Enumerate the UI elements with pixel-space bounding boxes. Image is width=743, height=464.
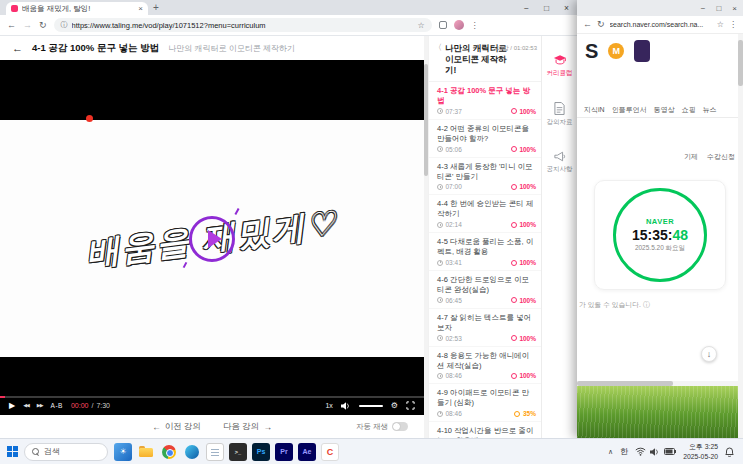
naver-search-tab[interactable]: 인플루언서 (612, 105, 647, 115)
url-text[interactable]: search.naver.com/search.na... (610, 21, 712, 28)
volume-slider[interactable] (359, 405, 383, 407)
browser-tab[interactable]: 배움을 재밌게, 탈잉! × (6, 2, 148, 15)
taskbar-app-terminal[interactable]: >_ (229, 443, 247, 461)
back-icon[interactable]: ← (583, 20, 592, 29)
curriculum-item[interactable]: 4-3 새롭게 등장한 '미니 이모티콘' 만들기 07:00 100% (429, 158, 541, 196)
seek-bar[interactable] (0, 396, 424, 398)
new-tab-button[interactable]: + (153, 3, 159, 15)
lecture-progress: 100% (519, 221, 536, 228)
close-button[interactable]: × (564, 3, 569, 13)
curriculum-item[interactable]: 4-7 잘 읽히는 텍스트를 넣어보자 02:53 100% (429, 309, 541, 347)
naver-search-tab[interactable]: 동영상 (654, 105, 675, 115)
lecture-item-meta: 08:46 100% (437, 372, 536, 379)
curriculum-item[interactable]: 4-9 아이패드로 이모티콘 만들기 (심화) 08:46 35% (429, 384, 541, 422)
taskbar-app-notepad[interactable] (206, 443, 224, 461)
extensions-icon[interactable] (439, 21, 447, 29)
left-arrow-icon: ← (152, 422, 161, 432)
forward-icon[interactable]: → (23, 21, 32, 30)
taskbar-app-after-effects[interactable]: Ae (298, 443, 316, 461)
naver-logo: NAVER (646, 217, 674, 226)
site-info-icon[interactable]: ⓘ (61, 20, 68, 30)
lecture-item-meta: 02:14 100% (437, 221, 536, 228)
purple-app-icon[interactable] (634, 40, 650, 62)
profile-avatar[interactable] (454, 20, 464, 30)
ime-indicator[interactable]: 한 (620, 446, 628, 457)
curriculum-item[interactable]: 4-2 어떤 종류의 이모티콘을 만들어야 할까? 05:06 100% (429, 120, 541, 158)
lecture-title: 4-1 공감 100% 문구 넣는 방법 (32, 42, 159, 55)
curriculum-item[interactable]: 4-1 공감 100% 문구 넣는 방법 07:37 100% (429, 82, 541, 120)
battery-icon[interactable] (664, 448, 676, 455)
notifications-bell-icon[interactable] (725, 447, 734, 457)
play-overlay-button[interactable] (189, 216, 235, 262)
lecture-item-title: 4-3 새롭게 등장한 '미니 이모티콘' 만들기 (437, 162, 536, 182)
bookmark-star-icon[interactable]: ☆ (717, 20, 724, 29)
volume-icon[interactable] (341, 402, 351, 410)
taskbar-app-file-explorer[interactable] (137, 443, 155, 461)
taskbar-app-premiere[interactable]: Pr (275, 443, 293, 461)
close-button[interactable]: × (732, 4, 737, 13)
naver-search-tab[interactable]: 뉴스 (703, 105, 717, 115)
sidenav-item-notice[interactable]: 공지사항 (547, 151, 573, 174)
rewind-icon[interactable]: ◀◀ (23, 403, 29, 408)
back-icon[interactable]: ← (7, 21, 16, 30)
taskbar-app-photoshop[interactable]: Ps (252, 443, 270, 461)
curriculum-header[interactable]: 〈 나만의 캐릭터로 이모티콘 제작하기! 10강 / 01:02:53 (429, 36, 541, 82)
naver-link[interactable]: 기제 (684, 152, 698, 162)
curriculum-item[interactable]: 4-4 한 번에 승인받는 콘티 제작하기 02:14 100% (429, 195, 541, 233)
taskbar-app-widgets[interactable]: ☀ (114, 443, 132, 461)
lecture-item-title: 4-4 한 번에 승인받는 콘티 제작하기 (437, 199, 536, 219)
taskbar-app-clip-studio[interactable]: C (321, 443, 339, 461)
wifi-icon[interactable] (635, 447, 646, 456)
hidden-icons-chevron[interactable]: ∧ (608, 448, 613, 456)
browser-menu-icon[interactable]: ⋮ (729, 20, 737, 29)
taskbar-app-chrome[interactable] (160, 443, 178, 461)
progress-ring-icon (511, 373, 517, 379)
curriculum-item[interactable]: 4-8 응용도 가능한 애니메이션 제작(실습) 08:46 100% (429, 347, 541, 385)
s-logo[interactable]: S (585, 41, 598, 61)
settings-gear-icon[interactable]: ⚙ (391, 402, 398, 410)
sidenav-item-materials[interactable]: 강의자료 (547, 102, 573, 127)
ab-repeat-button[interactable]: A-B (51, 402, 63, 409)
taskbar-search[interactable]: 검색 (24, 443, 108, 461)
player-controls: ▶ ◀◀ ▶▶ A-B 00:00 / 7:30 1x ⚙ (0, 396, 424, 415)
collapse-chevron-icon[interactable]: 〈 (434, 43, 442, 76)
address-bar[interactable]: ⓘ https://www.taling.me/vod/play/1071512… (54, 18, 432, 32)
vertical-scrollbar-thumb[interactable] (738, 40, 743, 86)
maximize-button[interactable]: □ (716, 4, 721, 13)
naver-link[interactable]: 수강신청 (707, 152, 735, 162)
maximize-button[interactable]: □ (544, 3, 549, 13)
vertical-scrollbar[interactable] (738, 34, 743, 438)
minimize-button[interactable]: − (701, 4, 706, 13)
refresh-icon[interactable]: ↻ (597, 20, 605, 29)
play-button[interactable]: ▶ (9, 402, 15, 410)
curriculum-item[interactable]: 4-10 작업시간을 반으로 줄이는 AI 활용법 04:19 100% (429, 422, 541, 438)
video-player[interactable]: 배움을 재밌게♡ ▶ ◀◀ ▶▶ A-B 00:00 / (0, 60, 424, 415)
minimize-button[interactable]: − (524, 3, 529, 13)
playback-speed-button[interactable]: 1x (325, 402, 332, 409)
fast-forward-icon[interactable]: ▶▶ (37, 403, 43, 408)
m-badge-icon[interactable]: M (608, 43, 624, 59)
fullscreen-icon[interactable] (406, 401, 415, 410)
curriculum-item[interactable]: 4-5 다채로움 풀리는 소품, 이펙트, 배경 활용 03:41 100% (429, 233, 541, 271)
progress-ring-icon (511, 184, 517, 190)
refresh-icon[interactable]: ↻ (39, 21, 47, 30)
back-arrow-icon[interactable]: ← (12, 42, 23, 54)
naver-search-tab[interactable]: 쇼핑 (682, 105, 696, 115)
start-button[interactable] (7, 446, 18, 457)
autoplay-toggle[interactable] (392, 422, 408, 431)
prev-lecture-button[interactable]: ← 이전 강의 (152, 421, 201, 433)
lecture-item-title: 4-8 응용도 가능한 애니메이션 제작(실습) (437, 351, 536, 371)
tab-close-icon[interactable]: × (138, 5, 143, 13)
speaker-icon[interactable] (650, 448, 660, 456)
curriculum-item[interactable]: 4-6 간단한 드로잉으로 이모티콘 완성(실습) 06:45 100% (429, 271, 541, 309)
next-lecture-button[interactable]: 다음 강의 → (223, 421, 272, 433)
naver-search-tab[interactable]: 지식iN (584, 105, 605, 115)
time-display: 00:00 / 7:30 (71, 402, 110, 409)
bookmark-star-icon[interactable]: ☆ (417, 21, 424, 30)
tray-clock[interactable]: 오후 3:25 2025-05-20 (683, 442, 718, 460)
sidenav-item-curriculum[interactable]: 커리큘럼 (547, 54, 573, 78)
browser-menu-icon[interactable]: ⋮ (471, 21, 479, 30)
progress-ring-icon (511, 297, 517, 303)
scroll-down-button[interactable]: ↓ (701, 346, 717, 362)
taskbar-app-edge[interactable] (183, 443, 201, 461)
